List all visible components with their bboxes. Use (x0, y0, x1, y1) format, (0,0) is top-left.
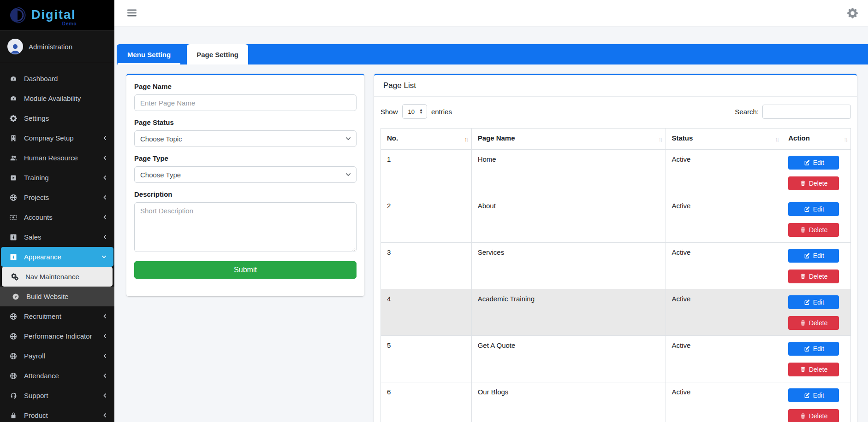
sidebar-item-projects[interactable]: Projects (0, 188, 114, 207)
building-icon (8, 135, 19, 142)
cell-no: 4 (381, 289, 472, 336)
sidebar-item-product[interactable]: Product (0, 405, 114, 422)
globe-icon (8, 313, 19, 320)
globe-icon (8, 194, 19, 201)
pencil-square-icon (803, 206, 810, 213)
sidebar-item-label: Training (24, 174, 49, 182)
page-name-input[interactable] (134, 94, 357, 111)
edit-button[interactable]: Edit (788, 342, 839, 356)
cell-page-name: Academic Training (471, 289, 666, 336)
sidebar-item-label: Settings (24, 114, 49, 122)
sidebar-item-performance-indicator[interactable]: Performance Indicator (0, 326, 114, 346)
table-row: 5Get A QuoteActiveEditDelete (381, 336, 851, 382)
sidebar-item-label: Module Availability (24, 94, 81, 102)
page-status-select[interactable]: Choose Topic (134, 130, 357, 147)
delete-button[interactable]: Delete (788, 363, 839, 376)
sidebar-item-dashboard[interactable]: Dashboard (0, 69, 114, 88)
cell-status: Active (666, 336, 782, 382)
page-status-label: Page Status (134, 118, 357, 126)
edit-button[interactable]: Edit (788, 156, 839, 170)
sidebar-item-sales[interactable]: Sales (0, 227, 114, 247)
table-controls: Show 10 ▲▼ entries Search: (380, 104, 851, 119)
column-header-pagename[interactable]: Page Name↑↓ (471, 129, 666, 150)
tie-icon (8, 253, 19, 261)
sidebar-item-nav-maintenance[interactable]: Nav Maintenance (2, 267, 113, 287)
gear-icon[interactable] (847, 8, 858, 18)
cell-no: 5 (381, 336, 472, 382)
column-header-status[interactable]: Status↑↓ (666, 129, 782, 150)
description-textarea[interactable] (134, 202, 357, 252)
sidebar-item-human-resource[interactable]: Human Resource (0, 148, 114, 168)
cogs-icon (9, 273, 20, 281)
app-window: Digital Demo Administration DashboardMod… (0, 0, 868, 422)
page-size-select[interactable]: 10 ▲▼ (402, 104, 427, 119)
delete-button[interactable]: Delete (788, 270, 839, 283)
sidebar-item-label: Dashboard (24, 75, 58, 82)
cell-action: EditDelete (782, 196, 851, 243)
play-square-icon (8, 174, 19, 182)
sidebar-item-payroll[interactable]: Payroll (0, 346, 114, 366)
sidebar-item-build-website[interactable]: Build Website (0, 287, 114, 306)
chevron-left-icon (102, 353, 108, 359)
tab-page-setting[interactable]: Page Setting (187, 44, 248, 64)
sidebar-item-label: Human Resource (24, 154, 78, 162)
main-content: Menu SettingPage Setting Page Name Page … (114, 26, 868, 422)
page-list-table: No.↑↓Page Name↑↓Status↑↓Action↑↓ 1HomeAc… (380, 128, 851, 422)
column-header-action[interactable]: Action↑↓ (782, 129, 851, 150)
cell-page-name: About (471, 196, 666, 243)
search-input[interactable] (762, 105, 851, 119)
edit-button[interactable]: Edit (788, 388, 839, 402)
chevron-left-icon (102, 234, 108, 240)
sidebar-item-label: Support (24, 392, 48, 399)
page-type-select[interactable]: Choose Type (134, 166, 357, 183)
delete-button[interactable]: Delete (788, 176, 839, 190)
chevron-left-icon (102, 393, 108, 399)
sidebar-item-label: Performance Indicator (24, 332, 92, 340)
chevron-left-icon (102, 313, 108, 319)
sidebar: Digital Demo Administration DashboardMod… (0, 0, 114, 422)
sidebar-item-appearance[interactable]: Appearance (1, 247, 113, 267)
search-label: Search: (735, 108, 759, 116)
chevron-left-icon (102, 135, 108, 141)
tab-menu-setting[interactable]: Menu Setting (118, 44, 180, 64)
submit-button[interactable]: Submit (134, 261, 357, 279)
entries-label: entries (431, 108, 452, 116)
cell-no: 1 (381, 150, 472, 196)
sidebar-item-training[interactable]: Training (0, 168, 114, 188)
page-size-value: 10 (408, 108, 415, 115)
topbar (114, 0, 868, 26)
sidebar-item-module-availability[interactable]: Module Availability (0, 88, 114, 108)
edit-button[interactable]: Edit (788, 295, 839, 309)
user-panel[interactable]: Administration (0, 30, 114, 62)
trash-icon (800, 320, 806, 326)
cell-page-name: Get A Quote (471, 336, 666, 382)
description-label: Description (134, 190, 357, 198)
sidebar-item-compnay-setup[interactable]: Compnay Setup (0, 128, 114, 148)
edit-button[interactable]: Edit (788, 249, 839, 263)
delete-button[interactable]: Delete (788, 316, 839, 330)
table-row: 1HomeActiveEditDelete (381, 150, 851, 196)
edit-button[interactable]: Edit (788, 202, 839, 216)
gear-icon (8, 115, 19, 122)
hamburger-icon[interactable] (127, 9, 137, 17)
lock-icon (8, 412, 19, 419)
trash-icon (800, 273, 806, 280)
delete-button[interactable]: Delete (788, 223, 839, 237)
page-type-label: Page Type (134, 154, 357, 162)
money-icon (8, 214, 19, 221)
page-list-title: Page List (374, 75, 857, 97)
sidebar-item-accounts[interactable]: Accounts (0, 207, 114, 227)
gauge-icon (8, 75, 19, 82)
sidebar-item-attendance[interactable]: Attendance (0, 366, 114, 386)
cell-no: 2 (381, 196, 472, 243)
sidebar-item-support[interactable]: Support (0, 386, 114, 405)
chevron-left-icon (102, 175, 108, 181)
chevron-left-icon (102, 333, 108, 339)
cell-status: Active (666, 243, 782, 289)
brand-logo[interactable]: Digital Demo (0, 0, 114, 30)
sidebar-item-recruitment[interactable]: Recruitment (0, 306, 114, 326)
delete-button[interactable]: Delete (788, 409, 839, 422)
sidebar-item-label: Product (24, 411, 48, 419)
sidebar-item-settings[interactable]: Settings (0, 108, 114, 128)
column-header-no[interactable]: No.↑↓ (381, 129, 472, 150)
